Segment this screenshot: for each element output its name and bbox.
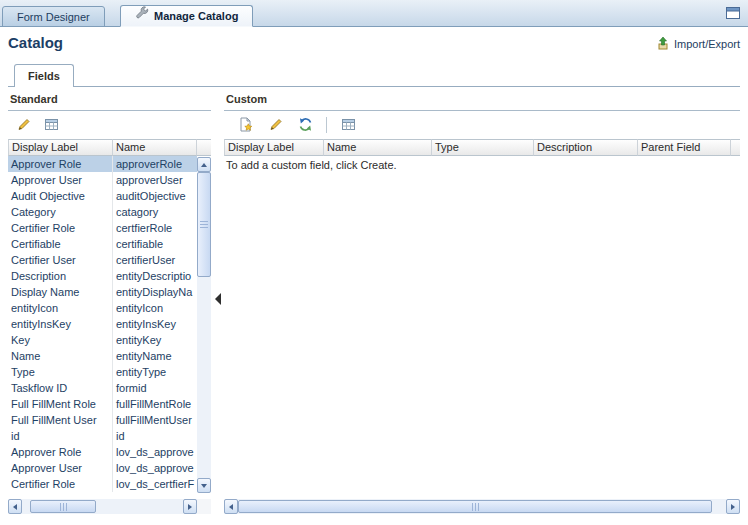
table-row[interactable]: Certifier Rolelov_ds_certfierF [8,476,197,492]
up-arrow-icon [201,163,207,167]
scroll-right-button[interactable] [726,499,740,514]
table-row[interactable]: NameentityName [8,348,197,364]
cell-name: certfierRole [113,220,197,236]
thumb-grip [200,221,208,228]
table-row[interactable]: Approver UserapproverUser [8,172,197,188]
cell-name: catagory [113,204,197,220]
toolbar-separator [326,117,327,133]
vertical-scroll-track[interactable] [197,172,211,478]
tab-fields[interactable]: Fields [14,64,74,87]
table-row[interactable]: Display NameentityDisplayNa [8,284,197,300]
vertical-scroll-thumb[interactable] [197,172,211,277]
table-row[interactable]: Approver Rolelov_ds_approve [8,444,197,460]
tab-manage-catalog[interactable]: Manage Catalog [120,5,253,27]
column-header-parent-field: Parent Field [638,139,731,156]
table-row[interactable]: idid [8,428,197,444]
pencil-icon [16,117,31,134]
standard-panel: Standard Display [8,90,211,517]
table-row[interactable]: entityInsKeyentityInsKey [8,316,197,332]
horizontal-scroll-thumb[interactable] [30,500,96,513]
table-row[interactable]: Full FillMent RolefullFillMentRole [8,396,197,412]
cell-display-label: Category [8,204,113,220]
table-row[interactable]: TypeentityType [8,364,197,380]
cell-display-label: Display Name [8,284,113,300]
tab-form-designer[interactable]: Form Designer [2,6,105,27]
table-row[interactable]: Audit ObjectiveauditObjective [8,188,197,204]
cell-name: entityDisplayNa [113,284,197,300]
table-row[interactable]: Full FillMent UserfullFillMentUser [8,412,197,428]
standard-table: Display Label Name Approver Roleapprover… [8,139,211,492]
column-header-display-label: Display Label [224,139,324,156]
custom-table-header: Display Label Name Type Description Pare… [224,139,740,156]
header-filler [731,139,740,156]
window-tab-bar: Form Designer Manage Catalog [0,0,748,27]
horizontal-scrollbar[interactable] [8,499,197,514]
cell-display-label: Taskflow ID [8,380,113,396]
empty-table-message: To add a custom field, click Create. [224,156,740,174]
import-export-link[interactable]: Import/Export [656,36,740,52]
table-row[interactable]: Approver RoleapproverRole [8,156,197,172]
cell-display-label: Certifier User [8,252,113,268]
custom-toolbar [224,111,740,139]
cell-display-label: Full FillMent User [8,412,113,428]
cell-name: certifierUser [113,252,197,268]
horizontal-scroll-track[interactable] [22,499,183,514]
cell-display-label: Certifiable [8,236,113,252]
edit-button[interactable] [264,115,286,136]
right-arrow-icon [188,504,192,510]
vertical-scrollbar[interactable] [197,157,211,493]
cell-display-label: Full FillMent Role [8,396,113,412]
horizontal-scrollbar[interactable] [224,499,740,514]
window-icon[interactable] [724,5,742,21]
cell-name: entityKey [113,332,197,348]
cell-name: formid [113,380,197,396]
detach-icon [341,118,356,133]
table-row[interactable]: DescriptionentityDescriptio [8,268,197,284]
tab-label: Fields [28,70,60,82]
cell-display-label: Certifier Role [8,220,113,236]
edit-button[interactable] [12,115,34,136]
standard-panel-title: Standard [8,90,211,111]
scroll-up-button[interactable] [197,157,211,172]
horizontal-scroll-track[interactable] [238,499,726,514]
cell-name: entityIcon [113,300,197,316]
thumb-grip [60,503,67,511]
create-button[interactable] [234,115,256,136]
cell-name: entityDescriptio [113,268,197,284]
table-row[interactable]: Certifier RolecertfierRole [8,220,197,236]
custom-panel: Custom [224,90,740,517]
table-row[interactable]: KeyentityKey [8,332,197,348]
refresh-button[interactable] [294,115,316,136]
cell-name: lov_ds_certfierF [113,476,197,492]
scroll-left-button[interactable] [8,499,22,514]
cell-display-label: id [8,428,113,444]
wrench-icon [135,6,149,26]
table-row[interactable]: Categorycatagory [8,204,197,220]
cell-name: lov_ds_approve [113,460,197,476]
collapse-icon[interactable] [215,293,221,305]
scroll-down-button[interactable] [197,478,211,493]
import-export-label: Import/Export [674,38,740,50]
column-header-name: Name [113,139,197,156]
table-row[interactable]: Taskflow IDformid [8,380,197,396]
detach-icon [44,118,59,133]
scroll-left-button[interactable] [224,499,238,514]
cell-display-label: Key [8,332,113,348]
horizontal-scroll-thumb[interactable] [238,500,712,513]
table-row[interactable]: entityIconentityIcon [8,300,197,316]
detach-button[interactable] [337,115,359,136]
create-icon [238,117,253,134]
standard-toolbar [8,111,211,139]
scroll-right-button[interactable] [183,499,197,514]
cell-display-label: entityIcon [8,300,113,316]
detach-button[interactable] [40,115,62,136]
table-row[interactable]: Certifier UsercertifierUser [8,252,197,268]
table-row[interactable]: Certifiablecertifiable [8,236,197,252]
scrollbar-corner [197,499,211,514]
tab-underline [8,86,740,87]
cell-display-label: Approver User [8,460,113,476]
table-row[interactable]: Approver Userlov_ds_approve [8,460,197,476]
cell-name: auditObjective [113,188,197,204]
panel-splitter[interactable] [213,90,222,517]
standard-table-body: Approver RoleapproverRoleApprover Userap… [8,156,197,492]
